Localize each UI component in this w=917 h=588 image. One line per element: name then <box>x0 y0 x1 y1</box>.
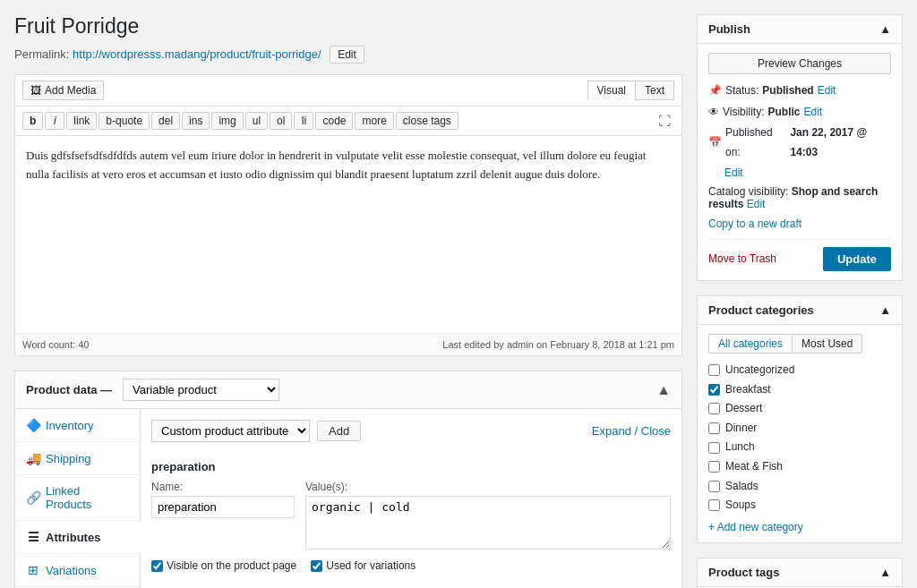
attribute-section: preparation Name: Value(s): organic | co… <box>151 453 671 572</box>
format-toolbar: b i link b-quote del ins img ul ol li co… <box>15 107 681 136</box>
tab-attributes[interactable]: ☰ Attributes <box>15 521 141 554</box>
published-edit-link[interactable]: Edit <box>724 164 743 183</box>
visual-tab[interactable]: Visual <box>587 81 635 100</box>
copy-draft-link[interactable]: Copy to a new draft <box>708 217 891 230</box>
add-media-button[interactable]: 🖼 Add Media <box>22 81 104 100</box>
cat-check-dessert[interactable] <box>708 403 720 414</box>
ol-button[interactable]: ol <box>270 112 292 130</box>
attribute-name-input[interactable] <box>151 496 295 518</box>
tab-shipping-label: Shipping <box>46 452 91 465</box>
cat-check-breakfast[interactable] <box>708 384 720 396</box>
visible-check-label[interactable]: Visible on the product page <box>151 559 296 572</box>
published-edit-row: Edit <box>724 164 891 183</box>
del-button[interactable]: del <box>151 112 180 130</box>
editor-content[interactable]: Duis gdfsfsefsdfsdfdfds autem vel eum ir… <box>15 136 681 333</box>
trash-link[interactable]: Move to Trash <box>708 252 776 265</box>
product-tabs: 🔷 Inventory 🚚 Shipping 🔗 Linked Products… <box>15 409 141 588</box>
categories-box-header[interactable]: Product categories ▲ <box>698 296 902 325</box>
publish-box-body: Preview Changes 📌 Status: Published Edit… <box>698 44 902 280</box>
cat-item-soups: Soups <box>708 496 891 516</box>
tags-box-header[interactable]: Product tags ▲ <box>698 558 902 587</box>
publish-box-header[interactable]: Publish ▲ <box>698 15 902 44</box>
status-edit-link[interactable]: Edit <box>818 81 836 101</box>
attribute-type-select[interactable]: Custom product attribute <box>151 420 310 442</box>
cat-check-soups[interactable] <box>708 499 720 511</box>
li-button[interactable]: li <box>294 112 313 130</box>
tab-variations[interactable]: ⊞ Variations <box>15 554 140 587</box>
editor-wrap: 🖼 Add Media Visual Text b i link b-quote… <box>14 74 682 356</box>
text-tab[interactable]: Text <box>635 81 674 100</box>
expand-close-link[interactable]: Expand / Close <box>592 424 671 438</box>
categories-box-body: All categories Most Used Uncategorized B… <box>698 325 902 542</box>
tab-inventory-label: Inventory <box>46 419 93 432</box>
attribute-values-textarea[interactable]: organic | cold <box>305 496 671 550</box>
more-button[interactable]: more <box>355 112 393 130</box>
variations-check-label[interactable]: Used for variations <box>311 559 416 572</box>
tags-box: Product tags ▲ Add Separate tags with co… <box>697 558 903 588</box>
visibility-label: Visibility: <box>723 103 764 123</box>
calendar-icon: 📅 <box>708 133 722 153</box>
cat-check-salads[interactable] <box>708 481 720 492</box>
product-data-panel: Product data — Variable product Simple p… <box>14 371 682 588</box>
inventory-icon: 🔷 <box>26 418 40 432</box>
ins-button[interactable]: ins <box>182 112 210 130</box>
name-label: Name: <box>151 481 295 493</box>
catalog-edit-link[interactable]: Edit <box>747 198 766 210</box>
variations-checkbox[interactable] <box>311 560 322 572</box>
tab-shipping[interactable]: 🚚 Shipping <box>15 442 140 475</box>
variations-icon: ⊞ <box>26 563 40 577</box>
img-button[interactable]: img <box>211 112 243 130</box>
cat-check-uncategorized[interactable] <box>708 364 720 376</box>
product-data-left: Product data — Variable product Simple p… <box>26 379 279 401</box>
cat-tab-most-used[interactable]: Most Used <box>792 334 862 354</box>
catalog-label: Catalog visibility: <box>708 185 788 198</box>
visibility-edit-link[interactable]: Edit <box>803 103 822 123</box>
published-row: 📅 Published on: Jan 22, 2017 @ 14:03 <box>708 124 891 162</box>
published-label: Published on: <box>725 124 786 162</box>
tab-linked-products[interactable]: 🔗 Linked Products <box>15 475 140 521</box>
publish-box: Publish ▲ Preview Changes 📌 Status: Publ… <box>697 14 903 281</box>
preview-changes-button[interactable]: Preview Changes <box>708 53 891 74</box>
last-edited: Last edited by admin on February 8, 2018… <box>442 339 674 350</box>
published-value: Jan 22, 2017 @ 14:03 <box>790 124 891 162</box>
add-new-category-link[interactable]: + Add new category <box>708 521 891 533</box>
tab-inventory[interactable]: 🔷 Inventory <box>15 409 140 442</box>
product-data-title: Product data — <box>26 383 112 396</box>
attribute-left: Custom product attribute Add <box>151 420 361 442</box>
update-button[interactable]: Update <box>823 247 891 271</box>
attribute-checkboxes: Visible on the product page Used for var… <box>151 559 671 572</box>
link-button[interactable]: link <box>66 112 97 130</box>
attributes-icon: ☰ <box>26 530 40 544</box>
bquote-button[interactable]: b-quote <box>99 112 150 130</box>
visible-checkbox[interactable] <box>151 560 163 572</box>
code-button[interactable]: code <box>315 112 353 130</box>
permalink-edit-button[interactable]: Edit <box>330 46 364 64</box>
italic-button[interactable]: i <box>45 112 64 130</box>
add-attribute-button[interactable]: Add <box>317 421 361 441</box>
product-data-collapse-button[interactable]: ▲ <box>656 382 671 398</box>
pin-icon: 📌 <box>708 81 722 101</box>
cat-item-lunch: Lunch <box>708 438 891 457</box>
close-tags-button[interactable]: close tags <box>396 112 458 130</box>
categories-collapse-icon: ▲ <box>879 303 891 317</box>
product-type-select[interactable]: Variable product Simple product Grouped … <box>123 379 279 401</box>
permalink-url[interactable]: http://wordpresss.madang/product/fruit-p… <box>73 47 321 61</box>
catalog-visibility-row: Catalog visibility: Shop and search resu… <box>708 185 891 210</box>
variations-label: Used for variations <box>326 559 416 572</box>
cat-item-meat-fish: Meat & Fish <box>708 457 891 477</box>
category-list: Uncategorized Breakfast Dessert Dinner <box>708 361 891 516</box>
cat-item-salads: Salads <box>708 477 891 497</box>
cat-check-dinner[interactable] <box>708 422 720 434</box>
linked-products-icon: 🔗 <box>26 490 40 505</box>
cat-label-dessert: Dessert <box>725 399 762 419</box>
cat-label-uncategorized: Uncategorized <box>725 361 794 380</box>
ul-button[interactable]: ul <box>245 112 268 130</box>
cat-check-lunch[interactable] <box>708 442 720 454</box>
fullscreen-button[interactable]: ⛶ <box>655 112 674 130</box>
sidebar: Publish ▲ Preview Changes 📌 Status: Publ… <box>697 14 903 588</box>
cat-label-lunch: Lunch <box>725 438 755 457</box>
bold-button[interactable]: b <box>22 112 43 130</box>
cat-item-uncategorized: Uncategorized <box>708 361 891 380</box>
cat-tab-all[interactable]: All categories <box>708 334 792 354</box>
cat-check-meat-fish[interactable] <box>708 461 720 473</box>
